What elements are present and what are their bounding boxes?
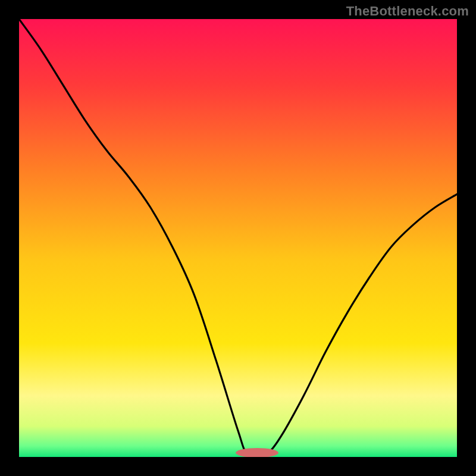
chart-frame: TheBottleneck.com xyxy=(0,0,476,476)
watermark-text: TheBottleneck.com xyxy=(346,4,469,19)
plot-area xyxy=(19,19,457,457)
plot-svg xyxy=(19,19,457,457)
gradient-background xyxy=(19,19,457,457)
